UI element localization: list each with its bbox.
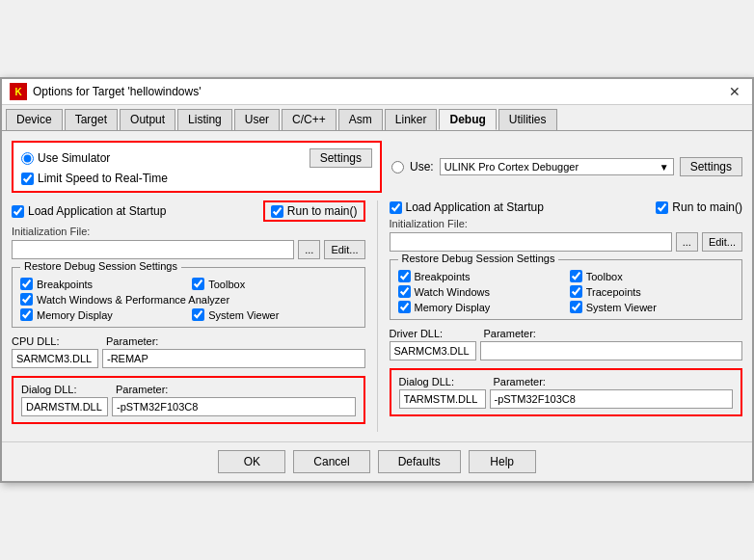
left-toolbox-item: Toolbox [192,278,356,290]
left-restore-group-label: Restore Debug Session Settings [20,260,181,272]
left-init-file-input[interactable] [12,240,294,259]
left-dialog-param-label: Parameter: [116,384,168,395]
left-load-app-label: Load Application at Startup [28,204,166,218]
right-run-to-main-checkbox[interactable] [656,201,668,214]
right-system-viewer-checkbox[interactable] [570,301,582,313]
left-dialog-dll-label: Dialog DLL: [21,384,108,395]
right-load-row: Load Application at Startup Run to main(… [390,200,743,214]
content-area: Use Simulator Settings Limit Speed to Re… [2,131,752,441]
tab-device[interactable]: Device [6,109,63,130]
right-toolbox-checkbox[interactable] [570,270,582,282]
right-memory-display-item: Memory Display [398,301,562,313]
right-browse-button[interactable]: ... [676,232,698,252]
right-memory-display-label: Memory Display [415,302,491,313]
title-bar-left: K Options for Target 'hellowindows' [10,83,201,100]
right-tracepoints-label: Tracepoints [586,286,641,298]
left-toolbox-label: Toolbox [208,279,245,290]
left-breakpoints-label: Breakpoints [37,279,93,290]
tab-bar: Device Target Output Listing User C/C++ … [2,105,752,131]
right-load-app-label: Load Application at Startup [406,200,544,214]
use-simulator-radio[interactable] [21,152,34,165]
right-tracepoints-checkbox[interactable] [570,285,582,298]
left-run-box: Run to main() [263,200,365,222]
left-dialog-dll-labels: Dialog DLL: Parameter: [21,384,356,395]
bottom-buttons: OK Cancel Defaults Help [2,441,752,481]
left-load-app-checkbox[interactable] [12,205,24,218]
right-memory-display-checkbox[interactable] [398,301,411,313]
left-memory-display-checkbox[interactable] [20,308,33,321]
right-breakpoints-label: Breakpoints [415,271,471,282]
left-watch-perf-checkbox[interactable] [20,293,33,306]
left-cpu-dll-label: CPU DLL: [12,335,98,347]
left-watch-perf-label: Watch Windows & Performance Analyzer [37,294,229,306]
title-bar: K Options for Target 'hellowindows' ✕ [2,79,752,105]
right-dialog-param-input[interactable] [490,389,734,409]
right-load-app-checkbox[interactable] [390,201,402,214]
tab-listing[interactable]: Listing [177,109,232,130]
left-breakpoints-item: Breakpoints [20,278,184,290]
limit-speed-checkbox[interactable] [21,173,34,185]
simulator-radio-left: Use Simulator [21,151,110,165]
right-edit-button[interactable]: Edit... [702,232,742,252]
right-breakpoints-checkbox[interactable] [398,270,411,282]
left-browse-button[interactable]: ... [298,240,320,259]
right-driver-dll-input[interactable] [390,341,476,360]
left-dialog-dll-input[interactable] [21,397,108,416]
right-watch-label: Watch Windows [415,286,490,298]
tab-target[interactable]: Target [65,109,118,130]
left-system-viewer-label: System Viewer [208,309,279,321]
left-toolbox-checkbox[interactable] [192,278,204,290]
cancel-button[interactable]: Cancel [293,450,369,473]
left-watch-perf-item: Watch Windows & Performance Analyzer [20,293,357,306]
left-simulator-box: Use Simulator Settings Limit Speed to Re… [12,141,382,193]
right-dialog-dll-label: Dialog DLL: [399,376,486,387]
left-memory-display-item: Memory Display [20,308,184,321]
right-dialog-dll-labels: Dialog DLL: Parameter: [399,376,734,387]
tab-asm[interactable]: Asm [338,109,383,130]
right-driver-param-input[interactable] [480,341,743,360]
tab-user[interactable]: User [234,109,280,130]
debugger-dropdown[interactable]: ULINK Pro Cortex Debugger ▼ [440,158,674,175]
right-settings-button[interactable]: Settings [680,157,742,176]
right-init-file-label: Initialization File: [390,218,743,229]
right-driver-dll-section: Driver DLL: Parameter: [390,328,743,360]
tab-utilities[interactable]: Utilities [498,109,557,130]
left-memory-display-label: Memory Display [37,309,113,321]
tab-output[interactable]: Output [120,109,175,130]
use-debugger-radio[interactable] [391,161,404,173]
use-row: Use: ULINK Pro Cortex Debugger ▼ Setting… [391,157,742,176]
left-check-grid: Breakpoints Toolbox Watch Windows & Perf… [20,278,357,321]
left-cpu-param-input[interactable] [102,349,365,368]
left-dialog-param-input[interactable] [112,397,356,416]
defaults-button[interactable]: Defaults [378,450,461,473]
left-load-left: Load Application at Startup [12,204,166,218]
right-dialog-dll-input[interactable] [399,389,486,409]
left-restore-group: Restore Debug Session Settings Breakpoin… [12,267,365,328]
tab-linker[interactable]: Linker [385,109,438,130]
right-watch-checkbox[interactable] [398,285,411,298]
left-cpu-dll-labels: CPU DLL: Parameter: [12,335,365,347]
right-dialog-section: Dialog DLL: Parameter: [390,368,743,416]
right-init-file-input[interactable] [390,232,672,252]
right-dialog-param-label: Parameter: [494,376,546,387]
tab-cpp[interactable]: C/C++ [282,109,337,130]
ok-button[interactable]: OK [218,450,285,473]
help-button[interactable]: Help [469,450,536,473]
right-load-left: Load Application at Startup [390,200,544,214]
close-button[interactable]: ✕ [725,84,744,99]
left-column: Load Application at Startup Run to main(… [12,200,365,432]
limit-speed-row: Limit Speed to Real-Time [21,172,372,185]
column-divider [377,200,378,432]
left-run-to-main-checkbox[interactable] [271,205,283,218]
right-restore-group-label: Restore Debug Session Settings [398,253,559,264]
left-load-row: Load Application at Startup Run to main(… [12,200,365,222]
tab-debug[interactable]: Debug [439,109,496,130]
left-edit-button[interactable]: Edit... [324,240,364,259]
left-system-viewer-checkbox[interactable] [192,308,204,321]
right-restore-group: Restore Debug Session Settings Breakpoin… [390,259,743,320]
left-system-viewer-item: System Viewer [192,308,356,321]
left-settings-button[interactable]: Settings [310,148,372,168]
left-breakpoints-checkbox[interactable] [20,278,33,290]
right-column: Load Application at Startup Run to main(… [390,200,743,432]
left-cpu-dll-input[interactable] [12,349,98,368]
